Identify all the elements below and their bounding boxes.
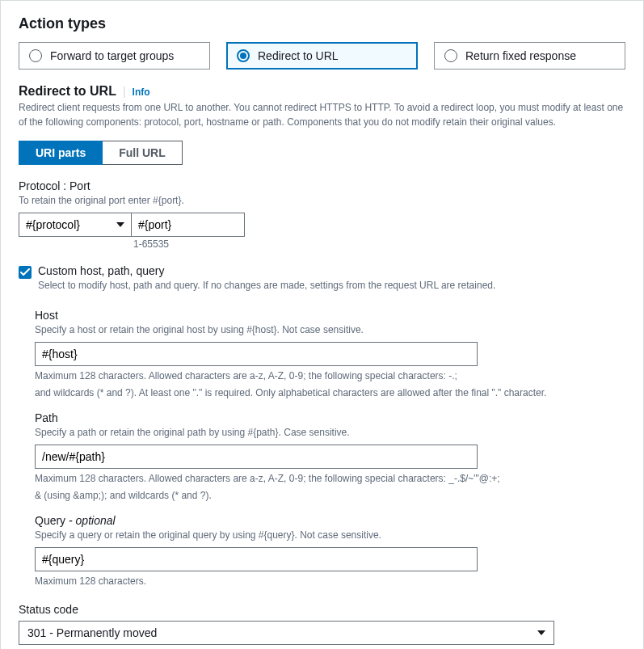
status-code-label: Status code: [19, 603, 625, 616]
query-label: Query - optional: [35, 514, 625, 527]
custom-label: Custom host, path, query: [38, 264, 495, 277]
path-constraint-a: Maximum 128 characters. Allowed characte…: [35, 472, 625, 486]
query-optional: - optional: [69, 514, 116, 527]
protocol-port-hint: To retain the original port enter #{port…: [19, 194, 625, 208]
query-label-text: Query: [35, 514, 65, 527]
port-input-wrap: [132, 213, 245, 237]
path-label: Path: [35, 411, 625, 424]
host-constraint-a: Maximum 128 characters. Allowed characte…: [35, 369, 625, 383]
radio-icon: [29, 49, 42, 62]
custom-checkbox[interactable]: [19, 266, 32, 279]
uri-mode-segmented: URI parts Full URL: [19, 141, 625, 165]
page-title: Action types: [19, 15, 625, 32]
protocol-select[interactable]: [19, 213, 132, 237]
host-hint: Specify a host or retain the original ho…: [35, 323, 625, 337]
custom-hint: Select to modify host, path and query. I…: [38, 279, 495, 293]
port-input[interactable]: [132, 213, 244, 236]
status-code-select[interactable]: 301 - Permanently moved: [19, 621, 554, 645]
query-constraint: Maximum 128 characters.: [35, 575, 625, 588]
action-tile-fixed-response[interactable]: Return fixed response: [434, 42, 625, 70]
status-code-value: 301 - Permanently moved: [27, 626, 157, 639]
action-label: Redirect to URL: [258, 49, 339, 62]
host-input[interactable]: [35, 342, 478, 366]
redirect-description: Redirect client requests from one URL to…: [19, 100, 625, 129]
path-input[interactable]: [35, 445, 478, 469]
info-link[interactable]: Info: [133, 86, 150, 98]
radio-icon: [444, 49, 457, 62]
action-label: Return fixed response: [465, 49, 576, 62]
host-label: Host: [35, 309, 625, 322]
chevron-down-icon: [537, 630, 545, 635]
protocol-port-label: Protocol : Port: [19, 179, 625, 192]
query-input[interactable]: [35, 547, 478, 571]
redirect-title: Redirect to URL: [19, 84, 116, 99]
path-constraint-b: & (using &amp;); and wildcards (* and ?)…: [35, 489, 625, 503]
protocol-select-value[interactable]: [19, 213, 131, 236]
tab-full-url[interactable]: Full URL: [103, 141, 183, 165]
port-range-hint: 1-65535: [133, 238, 625, 250]
host-constraint-b: and wildcards (* and ?). At least one ".…: [35, 386, 625, 400]
action-tile-redirect[interactable]: Redirect to URL: [226, 42, 418, 70]
query-hint: Specify a query or retain the original q…: [35, 529, 625, 542]
action-label: Forward to target groups: [50, 49, 174, 62]
path-hint: Specify a path or retain the original pa…: [35, 426, 625, 440]
action-types-panel: Action types Forward to target groups Re…: [0, 0, 644, 649]
divider: |: [123, 85, 126, 98]
radio-icon: [237, 49, 250, 62]
tab-uri-parts[interactable]: URI parts: [19, 141, 103, 165]
action-types-group: Forward to target groups Redirect to URL…: [19, 42, 625, 70]
action-tile-forward[interactable]: Forward to target groups: [19, 42, 210, 70]
